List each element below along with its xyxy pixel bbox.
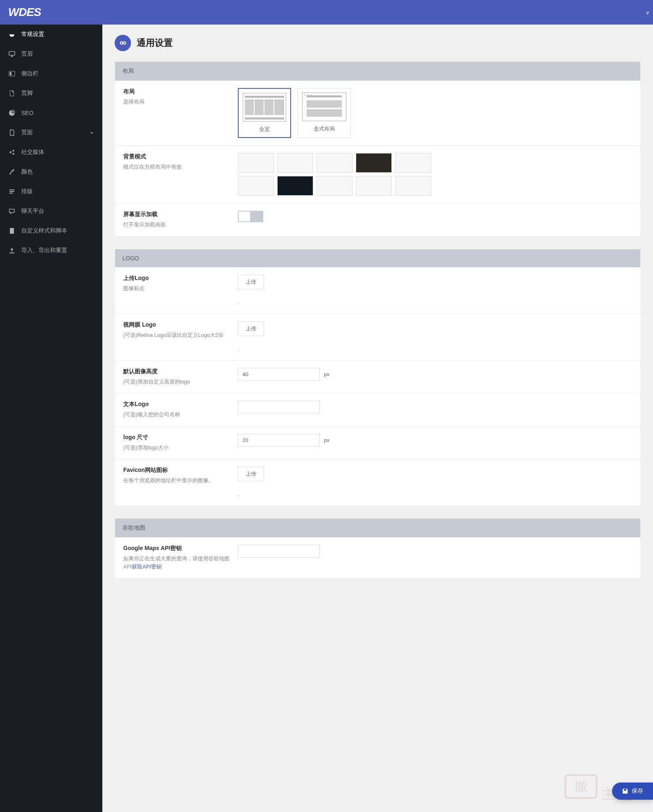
- label-title: 布局: [123, 88, 238, 95]
- sidebar: 常规设置 页眉 侧边栏 页脚 SEO 页面 社交媒体 颜色: [0, 25, 102, 812]
- upload-button[interactable]: 上传: [238, 467, 264, 481]
- page-icon: [8, 129, 16, 136]
- pattern-option[interactable]: [316, 176, 352, 196]
- svg-point-5: [13, 153, 14, 155]
- save-icon: [622, 788, 628, 794]
- page-title: 通用设置: [137, 37, 173, 49]
- layout-preview-boxed: ● ● ●: [302, 92, 346, 121]
- pattern-option[interactable]: [395, 153, 431, 173]
- sidebar-item-seo[interactable]: SEO: [0, 103, 102, 123]
- layout-option-label: 盒式布局: [302, 125, 346, 133]
- layout-preview-full: [243, 93, 286, 122]
- svg-rect-0: [9, 52, 15, 55]
- sidebar-item-import-export[interactable]: 导入、导出和重置: [0, 241, 102, 260]
- layout-option-boxed[interactable]: ● ● ● 盒式布局: [298, 88, 351, 138]
- text-icon: [8, 188, 16, 195]
- chat-icon: [8, 208, 16, 215]
- label-desc: 如果你正在生成大量的查询，请使用谷歌地图API获取API密钥: [123, 555, 238, 571]
- loader-toggle[interactable]: [238, 211, 263, 222]
- sidebar-item-header[interactable]: 页眉: [0, 44, 102, 64]
- sidebar-item-label: SEO: [21, 110, 34, 116]
- gmaps-api-input[interactable]: [238, 545, 320, 557]
- sidebar-item-custom-css[interactable]: 自定义样式和脚本: [0, 221, 102, 241]
- upload-button[interactable]: 上传: [238, 275, 264, 289]
- row-logo-size: logo 尺寸 (可选)添加logo大小 px: [115, 426, 640, 460]
- label-title: 视网膜 Logo: [123, 321, 238, 329]
- sidebar-item-footer[interactable]: 页脚: [0, 83, 102, 103]
- layout-option-full[interactable]: 全宽: [238, 88, 291, 138]
- text-logo-input[interactable]: [238, 401, 320, 413]
- svg-rect-2: [10, 72, 11, 75]
- svg-point-7: [123, 42, 126, 44]
- app-header: WDES v: [0, 0, 653, 25]
- chart-pie-icon: [8, 109, 16, 117]
- section-layout: 布局 布局 选择布局 全宽 ● ● ●: [115, 61, 641, 237]
- sidebar-item-social[interactable]: 社交媒体: [0, 142, 102, 162]
- dashboard-icon: [8, 31, 16, 38]
- row-layout-choice: 布局 选择布局 全宽 ● ● ● 盒式布局: [115, 81, 640, 146]
- save-button[interactable]: 保存: [612, 783, 653, 800]
- unit-label: px: [324, 437, 330, 443]
- row-screen-loader: 屏幕显示加载 打开显示加载画面: [115, 203, 640, 236]
- sidebar-item-label: 颜色: [21, 168, 33, 176]
- pattern-option[interactable]: [277, 153, 313, 173]
- label-title: Favicon网站图标: [123, 467, 238, 474]
- sidebar-item-label: 自定义样式和脚本: [21, 227, 67, 235]
- label-desc: (可选)添加logo大小: [123, 444, 238, 452]
- sidebar-item-label: 聊天平台: [21, 208, 44, 215]
- pattern-option[interactable]: [356, 153, 392, 173]
- row-text-logo: 文本Logo (可选)输入您的公司名称: [115, 393, 640, 426]
- label-title: 背景模式: [123, 153, 238, 160]
- sidebar-item-chat[interactable]: 聊天平台: [0, 201, 102, 221]
- default-height-input[interactable]: [238, 368, 320, 381]
- pattern-option[interactable]: [316, 153, 352, 173]
- save-label: 保存: [632, 787, 643, 795]
- sidebar-item-typography[interactable]: 排版: [0, 182, 102, 201]
- monitor-icon: [8, 50, 16, 58]
- main-content: 通用设置 布局 布局 选择布局 全宽: [102, 25, 653, 812]
- row-background-pattern: 背景模式 模式仅在方框布局中有效: [115, 146, 640, 203]
- pattern-option[interactable]: [238, 153, 274, 173]
- placeholder-dots: •: [238, 348, 632, 353]
- sidebar-item-label: 常规设置: [21, 31, 44, 38]
- sidebar-item-colors[interactable]: 颜色: [0, 162, 102, 182]
- label-title: 屏幕显示加载: [123, 211, 238, 218]
- section-header: LOGO: [115, 249, 640, 267]
- pattern-option[interactable]: [238, 176, 274, 196]
- settings-icon: [115, 35, 131, 51]
- get-api-key-link[interactable]: 获取API密钥: [132, 564, 162, 570]
- sidebar-item-general[interactable]: 常规设置: [0, 25, 102, 44]
- sidebar-item-label: 页面: [21, 129, 33, 136]
- label-title: 文本Logo: [123, 401, 238, 408]
- label-desc: (可选)输入您的公司名称: [123, 411, 238, 419]
- chevron-down-icon: [89, 130, 94, 135]
- logo-size-input[interactable]: [238, 434, 320, 447]
- label-desc: (可选)添加自定义高度的logo: [123, 378, 238, 386]
- section-header: 谷歌地图: [115, 519, 640, 537]
- pattern-option[interactable]: [356, 176, 392, 196]
- sidebar-item-label: 页眉: [21, 50, 33, 58]
- sidebar-item-sidebar[interactable]: 侧边栏: [0, 64, 102, 83]
- row-retina-logo: 视网膜 Logo (可选)Retina Logo应该比自定义Logo大2倍 上传…: [115, 314, 640, 361]
- label-title: logo 尺寸: [123, 434, 238, 441]
- svg-point-6: [120, 42, 123, 44]
- upload-button[interactable]: 上传: [238, 321, 264, 336]
- label-desc: 模式仅在方框布局中有效: [123, 163, 238, 171]
- pattern-option[interactable]: [395, 176, 431, 196]
- placeholder-dots: •: [238, 302, 632, 306]
- pattern-option[interactable]: [277, 176, 313, 196]
- row-default-height: 默认图像高度 (可选)添加自定义高度的logo px: [115, 361, 640, 394]
- layout-option-label: 全宽: [243, 126, 286, 133]
- label-title: 上传Logo: [123, 275, 238, 282]
- label-title: 默认图像高度: [123, 368, 238, 375]
- label-desc: 打开显示加载画面: [123, 221, 238, 229]
- label-title: Google Maps API密钥: [123, 545, 238, 552]
- sidebar-item-pages[interactable]: 页面: [0, 123, 102, 142]
- brand-logo: WDES: [8, 6, 41, 19]
- sidebar-item-label: 页脚: [21, 90, 33, 97]
- svg-point-4: [13, 150, 14, 151]
- sidebar-item-label: 导入、导出和重置: [21, 247, 67, 254]
- header-right-char: v: [646, 9, 649, 16]
- file-alt-icon: [8, 227, 16, 235]
- row-favicon: Favicon网站图标 在每个浏览器的地址栏中显示的图像。 上传 •: [115, 459, 640, 505]
